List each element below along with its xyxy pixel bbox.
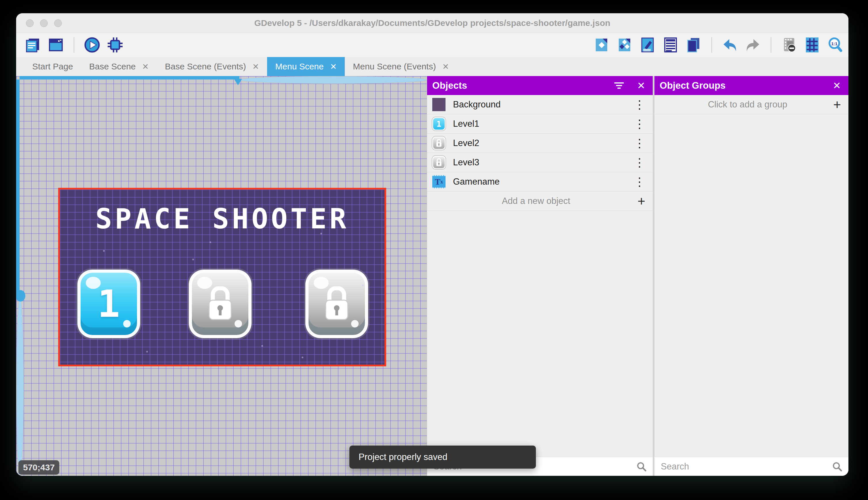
add-object-label: Add a new object xyxy=(435,196,637,206)
add-group-row[interactable]: Click to add a group + xyxy=(655,95,848,114)
object-name: Level1 xyxy=(453,119,626,129)
undo-icon[interactable] xyxy=(722,37,738,53)
tab-menu-scene[interactable]: Menu Scene ✕ xyxy=(267,57,345,76)
gloss-dot xyxy=(351,320,359,328)
level1-button-instance[interactable]: 1 xyxy=(78,270,140,338)
object-name: Background xyxy=(453,99,626,110)
tab-close-icon[interactable]: ✕ xyxy=(330,62,337,71)
toolbar-divider xyxy=(712,37,712,53)
object-name: Level3 xyxy=(453,157,626,168)
project-manager-icon[interactable] xyxy=(25,37,41,53)
object-groups-editor-icon[interactable] xyxy=(617,37,633,53)
canvas-horizontal-scrollbar[interactable] xyxy=(20,76,427,79)
background-swatch-icon xyxy=(432,98,446,111)
scene-canvas[interactable]: SPACE SHOOTER 1 xyxy=(16,76,427,476)
scene-background-instance[interactable]: SPACE SHOOTER 1 xyxy=(58,188,386,366)
object-menu-icon[interactable]: ⋮ xyxy=(634,118,645,129)
window-title: GDevelop 5 - /Users/dkarakay/Documents/G… xyxy=(16,13,848,33)
canvas-vertical-scrollbar[interactable] xyxy=(16,79,20,476)
vertical-scrollbar-handle[interactable] xyxy=(16,290,25,302)
object-row-gamename[interactable]: Tx Gamename ⋮ xyxy=(427,172,653,192)
close-panel-icon[interactable]: ✕ xyxy=(637,80,646,91)
tab-start-page[interactable]: Start Page xyxy=(24,57,81,76)
gloss-dot xyxy=(123,320,131,328)
level1-button-icon: 1 xyxy=(432,117,446,130)
scrollbar-track-active xyxy=(16,79,20,297)
debug-icon[interactable] xyxy=(107,37,123,53)
object-name: Gamename xyxy=(453,177,626,187)
objects-panel-title: Objects xyxy=(432,80,467,91)
level2-button-instance[interactable] xyxy=(189,270,251,338)
zoom-ratio-label: 1:1 xyxy=(831,41,837,46)
text-object-icon: Tx xyxy=(432,175,446,189)
filter-icon[interactable] xyxy=(614,82,624,89)
tab-close-icon[interactable]: ✕ xyxy=(142,62,149,71)
gloss-highlight xyxy=(197,277,212,289)
tab-label: Base Scene (Events) xyxy=(165,61,246,71)
add-object-row[interactable]: Add a new object + xyxy=(427,192,653,211)
mask-toggle-icon[interactable] xyxy=(781,37,797,53)
star-speck xyxy=(192,259,194,260)
gloss-highlight xyxy=(86,277,101,289)
redo-icon[interactable] xyxy=(745,37,761,53)
star-speck xyxy=(146,351,148,353)
star-speck xyxy=(362,285,364,286)
close-panel-icon[interactable]: ✕ xyxy=(833,80,841,91)
start-page-icon[interactable] xyxy=(48,37,64,53)
horizontal-scrollbar-handle[interactable] xyxy=(234,79,242,85)
search-icon[interactable] xyxy=(637,462,646,471)
objects-panel-empty-area xyxy=(427,211,653,457)
scrollbar-track-active xyxy=(20,76,239,79)
scene-title-text[interactable]: SPACE SHOOTER xyxy=(60,203,385,235)
add-object-plus-icon[interactable]: + xyxy=(637,194,645,208)
objects-editor-icon[interactable] xyxy=(594,37,610,53)
tab-label: Menu Scene (Events) xyxy=(353,61,436,71)
object-name: Level2 xyxy=(453,138,626,148)
object-menu-icon[interactable]: ⋮ xyxy=(634,157,645,168)
tab-base-scene[interactable]: Base Scene ✕ xyxy=(81,57,157,76)
toolbar-right: 1:1 xyxy=(594,37,843,53)
instances-list-icon[interactable] xyxy=(662,37,679,53)
tab-close-icon[interactable]: ✕ xyxy=(253,62,259,71)
lock-icon xyxy=(323,286,351,321)
toast-notification: Project properly saved xyxy=(349,445,536,469)
toolbar-divider xyxy=(74,37,74,53)
object-row-level1[interactable]: 1 Level1 ⋮ xyxy=(427,114,653,134)
level3-button-instance[interactable] xyxy=(305,270,368,338)
locked-button-icon xyxy=(432,137,446,150)
toolbar: 1:1 xyxy=(16,33,848,57)
object-menu-icon[interactable]: ⋮ xyxy=(634,176,645,188)
layers-icon[interactable] xyxy=(685,37,702,53)
object-groups-panel-header: Object Groups ✕ xyxy=(655,76,848,95)
objects-panel: Objects ✕ Background ⋮ xyxy=(427,76,653,476)
app-window: GDevelop 5 - /Users/dkarakay/Documents/G… xyxy=(16,13,848,476)
toolbar-divider xyxy=(771,37,771,53)
object-row-background[interactable]: Background ⋮ xyxy=(427,95,653,114)
object-row-level3[interactable]: Level3 ⋮ xyxy=(427,153,653,172)
object-row-level2[interactable]: Level2 ⋮ xyxy=(427,134,653,153)
zoom-1-1-icon[interactable]: 1:1 xyxy=(827,37,843,53)
tab-label: Menu Scene xyxy=(275,61,324,71)
object-menu-icon[interactable]: ⋮ xyxy=(634,137,645,149)
object-groups-panel: Object Groups ✕ Click to add a group + xyxy=(655,76,848,476)
scrollbar-track xyxy=(239,76,427,84)
tab-base-scene-events[interactable]: Base Scene (Events) ✕ xyxy=(157,57,267,76)
locked-button-icon xyxy=(432,156,446,169)
properties-icon[interactable] xyxy=(640,37,656,53)
search-icon[interactable] xyxy=(832,462,842,471)
groups-search-input[interactable] xyxy=(661,462,832,472)
groups-search-bar xyxy=(655,457,848,476)
tab-menu-scene-events[interactable]: Menu Scene (Events) ✕ xyxy=(345,57,457,76)
play-icon[interactable] xyxy=(84,37,100,53)
tab-close-icon[interactable]: ✕ xyxy=(442,62,449,71)
star-speck xyxy=(210,241,211,243)
object-groups-empty-area xyxy=(655,114,848,457)
object-menu-icon[interactable]: ⋮ xyxy=(634,99,645,110)
level1-number: 1 xyxy=(97,282,120,326)
titlebar: GDevelop 5 - /Users/dkarakay/Documents/G… xyxy=(16,13,848,33)
star-speck xyxy=(320,233,322,235)
scrollbar-track xyxy=(16,297,24,476)
add-group-plus-icon[interactable]: + xyxy=(833,98,841,111)
grid-icon[interactable] xyxy=(804,37,820,53)
star-speck xyxy=(261,345,263,347)
